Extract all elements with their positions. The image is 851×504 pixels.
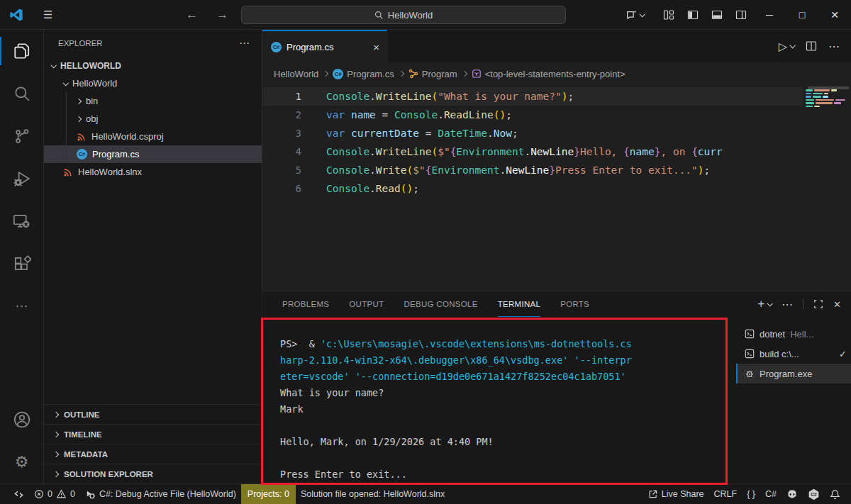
code-line[interactable]: 4Console.WriteLine($"{Environment.NewLin…: [262, 142, 803, 161]
code-line[interactable]: 2var name = Console.ReadLine();: [262, 106, 803, 124]
editor-more-actions-icon[interactable]: ⋯: [828, 40, 840, 53]
section-outline[interactable]: OUTLINE: [44, 404, 262, 424]
tree-item-csproj[interactable]: HelloWorld.csproj: [44, 128, 262, 145]
panel-tab-ports[interactable]: PORTS: [560, 291, 589, 317]
activitybar-extensions[interactable]: [0, 242, 43, 285]
bell-icon: [830, 489, 840, 500]
warnings-icon: [56, 489, 67, 499]
panel-tab-output[interactable]: OUTPUT: [349, 291, 384, 317]
terminal-item-build[interactable]: build c:\... ✓: [736, 344, 851, 364]
chevron-down-icon: [767, 301, 773, 306]
code-line[interactable]: 6Console.Read();: [262, 179, 803, 198]
breadcrumb-file[interactable]: C# Program.cs: [333, 69, 394, 79]
debug-process-icon: [745, 369, 755, 379]
split-editor-button[interactable]: [806, 40, 817, 52]
format-braces-indicator[interactable]: { }: [742, 484, 760, 504]
activitybar-search[interactable]: [0, 72, 43, 115]
terminal-line: What is your name?: [280, 385, 736, 401]
activitybar-remote-explorer[interactable]: [0, 200, 43, 242]
tab-program-cs[interactable]: C# Program.cs ×: [262, 30, 387, 62]
breadcrumb-project[interactable]: HelloWorld: [274, 69, 318, 79]
window-close-button[interactable]: ✕: [818, 0, 851, 30]
panel-more-actions-icon[interactable]: ⋯: [782, 298, 793, 311]
terminal-icon: [745, 349, 755, 359]
csharp-file-icon: C#: [333, 69, 343, 79]
section-solution-explorer[interactable]: SOLUTION EXPLORER: [44, 464, 262, 483]
tree-item-program-cs[interactable]: C# Program.cs: [44, 145, 262, 163]
activitybar-settings[interactable]: ⚙: [0, 441, 43, 483]
csharp-extension-badge[interactable]: C#: [803, 484, 825, 504]
tree-item-obj[interactable]: obj: [44, 110, 262, 128]
minimap-slider[interactable]: [808, 86, 849, 89]
code-line[interactable]: 3var currentDate = DateTime.Now;: [262, 124, 803, 142]
maximize-panel-button[interactable]: [813, 299, 823, 309]
breadcrumb-class[interactable]: Program: [408, 69, 457, 79]
new-terminal-button[interactable]: +: [757, 297, 772, 311]
code-line[interactable]: 5Console.Write($"{Environment.NewLine}Pr…: [262, 161, 803, 179]
activitybar-more[interactable]: ⋯: [0, 285, 43, 327]
terminal-item-program-exe[interactable]: Program.exe: [736, 364, 851, 383]
nav-back-icon[interactable]: ←: [186, 8, 198, 22]
close-panel-icon[interactable]: ✕: [833, 299, 841, 310]
run-debug-button[interactable]: ▷: [779, 40, 794, 53]
activitybar-source-control[interactable]: [0, 115, 43, 157]
live-share-button[interactable]: Live Share: [643, 484, 709, 504]
line-number: 5: [262, 164, 301, 176]
window-minimize-button[interactable]: ─: [753, 0, 786, 30]
code-line[interactable]: 1Console.WriteLine("What is your name?")…: [262, 87, 803, 106]
window-maximize-button[interactable]: □: [786, 0, 818, 30]
minimap-line: [806, 106, 851, 108]
vscode-window: ☰ ← → HelloWorld ─: [0, 0, 851, 504]
section-timeline[interactable]: TIMELINE: [44, 424, 262, 444]
terminal-list: dotnet Hell... build c:\... ✓ Program.ex…: [736, 317, 851, 483]
panel-tab-debug-console[interactable]: DEBUG CONSOLE: [404, 291, 477, 317]
debug-status-item[interactable]: C#: Debug Active File (HelloWorld): [80, 484, 241, 504]
minimap[interactable]: [803, 85, 851, 291]
projects-badge[interactable]: Projects: 0: [241, 484, 296, 504]
section-metadata[interactable]: METADATA: [44, 444, 262, 464]
customize-layout-button[interactable]: [657, 0, 681, 30]
activitybar-run-debug[interactable]: [0, 157, 43, 200]
problems-indicator[interactable]: 0 0: [29, 484, 80, 504]
class-symbol-icon: [408, 69, 418, 79]
remote-indicator[interactable]: [9, 484, 29, 504]
tree-item-helloworld-root[interactable]: HELLOWORLD: [44, 57, 262, 74]
tree-item-helloworld-folder[interactable]: HelloWorld: [44, 74, 262, 92]
toggle-primary-sidebar-button[interactable]: [681, 0, 705, 30]
copilot-status-button[interactable]: [782, 484, 803, 504]
tree-item-slnx[interactable]: HelloWorld.slnx: [44, 163, 262, 181]
nav-forward-icon[interactable]: →: [216, 8, 228, 22]
errors-icon: [34, 489, 44, 499]
toggle-panel-button[interactable]: [705, 0, 729, 30]
panel-tab-terminal[interactable]: TERMINAL: [498, 291, 541, 317]
terminal-output[interactable]: PS> & 'c:\Users\mosagie\.vscode\extensio…: [262, 317, 736, 483]
line-number: 1: [262, 91, 301, 102]
minimap-line: [806, 96, 851, 98]
maximize-panel-icon: [813, 299, 823, 309]
search-icon: [374, 11, 384, 20]
code-text: Console.Write($"{Environment.NewLine}Pre…: [301, 164, 710, 176]
copilot-chat-button[interactable]: [623, 0, 647, 30]
panel-tab-problems[interactable]: PROBLEMS: [282, 291, 329, 317]
code-editor[interactable]: 1Console.WriteLine("What is your name?")…: [262, 85, 851, 291]
breadcrumb-entry-point[interactable]: <top-level-statements-entry-point>: [472, 69, 625, 79]
solution-status[interactable]: Solution file opened: HelloWorld.slnx: [296, 484, 450, 504]
activitybar-explorer[interactable]: [0, 30, 43, 72]
terminal-line: Hello, Mark, on 1/29/2026 at 4:40 PM!: [280, 434, 736, 450]
menu-hamburger-icon[interactable]: ☰: [43, 9, 52, 21]
chevron-right-icon: [399, 71, 404, 77]
eol-indicator[interactable]: CRLF: [709, 484, 742, 504]
title-bar: ☰ ← → HelloWorld ─: [0, 0, 851, 30]
remote-icon: [13, 489, 24, 500]
activitybar-account[interactable]: [0, 398, 43, 441]
explorer-more-actions-icon[interactable]: ⋯: [239, 37, 250, 50]
terminal-item-dotnet[interactable]: dotnet Hell...: [736, 324, 851, 344]
command-center-search[interactable]: HelloWorld: [241, 6, 566, 24]
language-indicator[interactable]: C#: [760, 484, 782, 504]
csproj-file-icon: [77, 132, 87, 142]
csharp-file-icon: C#: [271, 42, 282, 52]
tree-item-bin[interactable]: bin: [44, 92, 262, 110]
toggle-secondary-sidebar-button[interactable]: [729, 0, 753, 30]
notifications-bell-button[interactable]: [825, 484, 845, 504]
tab-close-icon[interactable]: ×: [373, 41, 379, 53]
